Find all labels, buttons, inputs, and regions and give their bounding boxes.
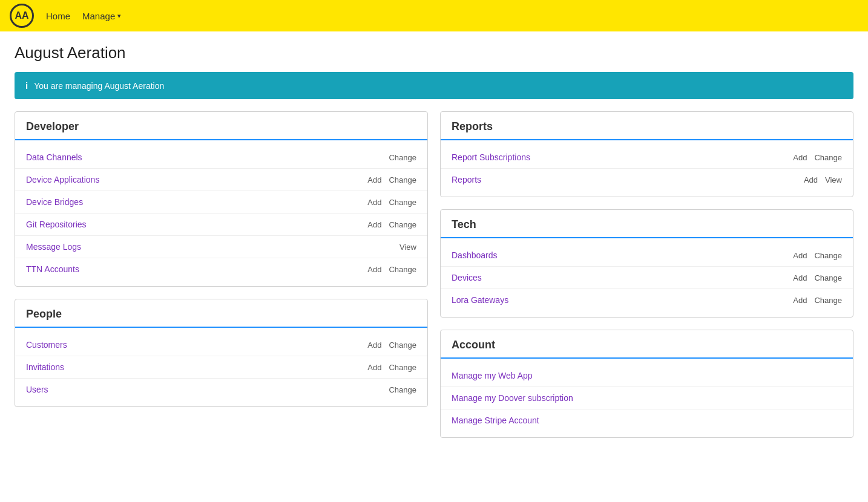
message-logs-link[interactable]: Message Logs	[26, 242, 399, 252]
reports-card-body: Report Subscriptions Add Change Reports …	[441, 140, 853, 197]
table-row: Manage my Web App	[441, 365, 853, 387]
devices-change[interactable]: Change	[814, 273, 842, 282]
devices-actions: Add Change	[793, 273, 842, 282]
page-title: August Aeration	[15, 44, 853, 62]
devices-add[interactable]: Add	[793, 273, 807, 282]
people-card-body: Customers Add Change Invitations Add Cha…	[15, 328, 427, 406]
chevron-down-icon: ▾	[117, 12, 121, 20]
tech-card: Tech Dashboards Add Change Devices	[440, 209, 853, 318]
customers-change[interactable]: Change	[389, 341, 416, 350]
table-row: Lora Gateways Add Change	[441, 289, 853, 311]
main-grid: Developer Data Channels Change Device Ap…	[15, 111, 853, 438]
nav-home[interactable]: Home	[46, 11, 70, 21]
people-card: People Customers Add Change Invitations	[15, 299, 428, 407]
git-repositories-change[interactable]: Change	[389, 220, 416, 229]
reports-card-title: Reports	[452, 120, 842, 133]
invitations-change[interactable]: Change	[389, 363, 416, 372]
account-card-body: Manage my Web App Manage my Doover subsc…	[441, 359, 853, 437]
ttn-accounts-change[interactable]: Change	[389, 265, 416, 274]
manage-web-app-link[interactable]: Manage my Web App	[452, 371, 842, 380]
info-banner: i You are managing August Aeration	[15, 72, 853, 99]
message-logs-actions: View	[399, 243, 416, 252]
table-row: Message Logs View	[15, 236, 427, 258]
dashboards-actions: Add Change	[793, 251, 842, 260]
table-row: Data Channels Change	[15, 146, 427, 169]
left-column: Developer Data Channels Change Device Ap…	[15, 111, 428, 438]
git-repositories-actions: Add Change	[367, 220, 416, 229]
report-subscriptions-change[interactable]: Change	[814, 153, 842, 162]
report-subscriptions-link[interactable]: Report Subscriptions	[452, 152, 793, 162]
report-subscriptions-add[interactable]: Add	[793, 153, 807, 162]
customers-link[interactable]: Customers	[26, 340, 367, 350]
tech-card-header: Tech	[441, 210, 853, 238]
users-actions: Change	[389, 385, 416, 394]
table-row: Device Applications Add Change	[15, 169, 427, 191]
developer-card-body: Data Channels Change Device Applications…	[15, 140, 427, 286]
reports-add[interactable]: Add	[804, 175, 818, 184]
table-row: Report Subscriptions Add Change	[441, 146, 853, 169]
reports-card-header: Reports	[441, 112, 853, 140]
table-row: TTN Accounts Add Change	[15, 258, 427, 280]
data-channels-link[interactable]: Data Channels	[26, 152, 389, 162]
reports-view[interactable]: View	[825, 175, 842, 184]
device-bridges-change[interactable]: Change	[389, 198, 416, 207]
table-row: Device Bridges Add Change	[15, 191, 427, 214]
account-card: Account Manage my Web App Manage my Doov…	[440, 330, 853, 438]
table-row: Manage my Doover subscription	[441, 387, 853, 409]
developer-card: Developer Data Channels Change Device Ap…	[15, 111, 428, 287]
devices-link[interactable]: Devices	[452, 273, 793, 282]
device-bridges-add[interactable]: Add	[367, 198, 381, 207]
developer-card-title: Developer	[26, 120, 416, 133]
right-column: Reports Report Subscriptions Add Change …	[440, 111, 853, 438]
manage-doover-link[interactable]: Manage my Doover subscription	[452, 393, 842, 403]
tech-card-title: Tech	[452, 218, 842, 231]
table-row: Users Change	[15, 379, 427, 400]
dashboards-link[interactable]: Dashboards	[452, 250, 793, 260]
invitations-actions: Add Change	[367, 363, 416, 372]
ttn-accounts-actions: Add Change	[367, 265, 416, 274]
table-row: Git Repositories Add Change	[15, 214, 427, 236]
device-applications-link[interactable]: Device Applications	[26, 175, 367, 184]
table-row: Customers Add Change	[15, 334, 427, 356]
data-channels-change[interactable]: Change	[389, 153, 416, 162]
customers-actions: Add Change	[367, 341, 416, 350]
account-card-header: Account	[441, 330, 853, 359]
device-applications-actions: Add Change	[367, 175, 416, 184]
users-change[interactable]: Change	[389, 385, 416, 394]
table-row: Dashboards Add Change	[441, 244, 853, 267]
git-repositories-link[interactable]: Git Repositories	[26, 220, 367, 229]
message-logs-view[interactable]: View	[399, 243, 416, 252]
ttn-accounts-add[interactable]: Add	[367, 265, 381, 274]
customers-add[interactable]: Add	[367, 341, 381, 350]
table-row: Manage Stripe Account	[441, 409, 853, 431]
reports-card: Reports Report Subscriptions Add Change …	[440, 111, 853, 197]
dashboards-add[interactable]: Add	[793, 251, 807, 260]
invitations-link[interactable]: Invitations	[26, 362, 367, 372]
nav-links: Home Manage ▾	[46, 11, 121, 21]
device-bridges-link[interactable]: Device Bridges	[26, 197, 367, 207]
manage-stripe-link[interactable]: Manage Stripe Account	[452, 416, 842, 425]
data-channels-actions: Change	[389, 153, 416, 162]
device-applications-add[interactable]: Add	[367, 175, 381, 184]
table-row: Invitations Add Change	[15, 356, 427, 379]
table-row: Devices Add Change	[441, 267, 853, 289]
info-icon: i	[25, 80, 28, 91]
dashboards-change[interactable]: Change	[814, 251, 842, 260]
device-applications-change[interactable]: Change	[389, 175, 416, 184]
reports-link[interactable]: Reports	[452, 175, 804, 184]
developer-card-header: Developer	[15, 112, 427, 140]
report-subscriptions-actions: Add Change	[793, 153, 842, 162]
table-row: Reports Add View	[441, 169, 853, 191]
account-card-title: Account	[452, 339, 842, 351]
lora-gateways-actions: Add Change	[793, 296, 842, 305]
lora-gateways-add[interactable]: Add	[793, 296, 807, 305]
people-card-header: People	[15, 299, 427, 328]
ttn-accounts-link[interactable]: TTN Accounts	[26, 264, 367, 274]
invitations-add[interactable]: Add	[367, 363, 381, 372]
nav-manage-dropdown[interactable]: Manage ▾	[82, 11, 121, 21]
page-content: August Aeration i You are managing Augus…	[0, 31, 868, 450]
lora-gateways-change[interactable]: Change	[814, 296, 842, 305]
git-repositories-add[interactable]: Add	[367, 220, 381, 229]
users-link[interactable]: Users	[26, 385, 389, 394]
lora-gateways-link[interactable]: Lora Gateways	[452, 295, 793, 305]
